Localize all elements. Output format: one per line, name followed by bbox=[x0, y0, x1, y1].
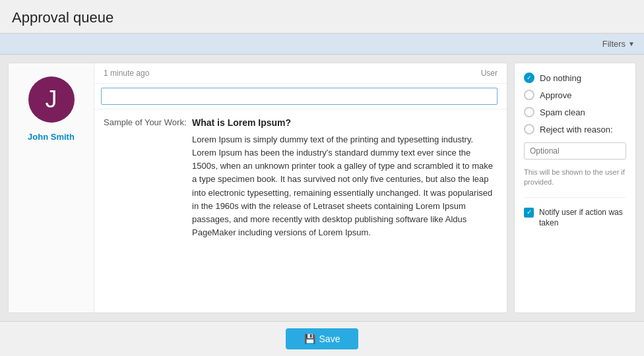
main-content: J John Smith 1 minute ago User Sample of… bbox=[0, 55, 644, 321]
radio-group: Do nothing Approve Spam clean Reject wit… bbox=[524, 73, 626, 188]
reject-hint: This will be shown to the user if provid… bbox=[524, 167, 626, 188]
content-meta: 1 minute ago User bbox=[94, 63, 507, 84]
filter-bar: Filters ▼ bbox=[0, 34, 644, 55]
page-title: Approval queue bbox=[12, 9, 632, 26]
radio-spam-clean[interactable]: Spam clean bbox=[524, 107, 626, 117]
radio-label-spam-clean: Spam clean bbox=[540, 107, 585, 117]
content-input[interactable] bbox=[101, 88, 498, 105]
notify-item[interactable]: Notify user if action was taken bbox=[524, 207, 626, 228]
user-panel: J John Smith bbox=[9, 63, 94, 312]
radio-label-approve: Approve bbox=[540, 90, 571, 100]
content-panel: 1 minute ago User Sample of Your Work: W… bbox=[94, 63, 507, 312]
save-button[interactable]: 💾 Save bbox=[286, 328, 359, 349]
sample-heading: What is Lorem Ipsum? bbox=[192, 117, 498, 128]
sample-text: Lorem Ipsum is simply dummy text of the … bbox=[192, 133, 498, 239]
actions-panel: Do nothing Approve Spam clean Reject wit… bbox=[514, 63, 636, 313]
reject-reason-input[interactable] bbox=[524, 142, 626, 160]
divider bbox=[524, 197, 626, 198]
save-label: Save bbox=[319, 334, 340, 344]
content-card: J John Smith 1 minute ago User Sample of… bbox=[8, 63, 507, 313]
chevron-down-icon: ▼ bbox=[628, 40, 635, 47]
save-icon: 💾 bbox=[304, 334, 315, 344]
radio-approve[interactable]: Approve bbox=[524, 90, 626, 100]
notify-label: Notify user if action was taken bbox=[539, 207, 626, 228]
avatar: J bbox=[28, 76, 75, 123]
radio-reject[interactable]: Reject with reason: bbox=[524, 124, 626, 134]
filters-button[interactable]: Filters ▼ bbox=[602, 39, 635, 49]
content-input-area bbox=[94, 84, 507, 109]
user-name: John Smith bbox=[28, 132, 75, 142]
timestamp: 1 minute ago bbox=[104, 69, 149, 78]
sample-label: Sample of Your Work: bbox=[104, 117, 183, 239]
filters-label: Filters bbox=[602, 39, 626, 49]
notify-checkbox[interactable] bbox=[524, 208, 534, 218]
content-body: Sample of Your Work: What is Lorem Ipsum… bbox=[94, 109, 507, 249]
radio-circle-spam-clean bbox=[524, 107, 534, 117]
radio-circle-do-nothing bbox=[524, 73, 534, 83]
footer-bar: 💾 Save bbox=[0, 321, 644, 356]
radio-label-do-nothing: Do nothing bbox=[540, 73, 581, 83]
avatar-letter: J bbox=[46, 86, 57, 113]
user-role: User bbox=[481, 69, 498, 78]
radio-label-reject: Reject with reason: bbox=[540, 125, 613, 134]
sample-content: What is Lorem Ipsum? Lorem Ipsum is simp… bbox=[192, 117, 498, 239]
radio-do-nothing[interactable]: Do nothing bbox=[524, 73, 626, 83]
page-header: Approval queue bbox=[0, 0, 644, 34]
radio-circle-reject bbox=[524, 124, 534, 134]
app-container: Approval queue Filters ▼ J John Smith 1 … bbox=[0, 0, 644, 356]
radio-circle-approve bbox=[524, 90, 534, 100]
